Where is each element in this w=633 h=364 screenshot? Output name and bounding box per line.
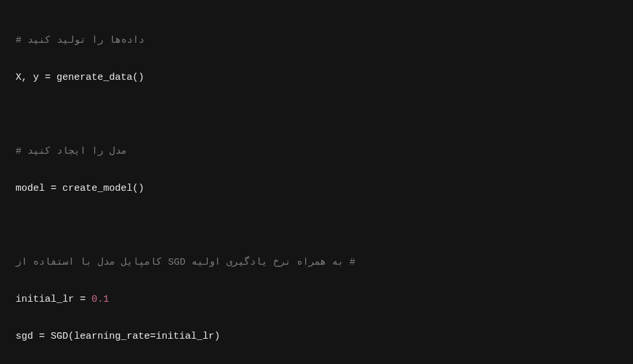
comment-hash: #: [16, 146, 27, 157]
code-number: 0.1: [92, 294, 109, 305]
code-line: sgd = SGD(learning_rate=initial_lr): [16, 328, 617, 346]
code-operator: =: [80, 294, 86, 305]
code-token: initial_lr: [16, 294, 80, 305]
code-operator: =: [150, 331, 156, 342]
code-line: model = create_model(): [16, 180, 617, 199]
comment-text: مدل را ایجاد کنید: [27, 146, 127, 157]
code-token: generate_data(): [51, 72, 144, 83]
code-token: create_model(): [56, 183, 144, 194]
code-token: sgd: [16, 331, 39, 342]
code-line: X, y = generate_data(): [16, 69, 617, 88]
code-operator: =: [51, 183, 56, 194]
comment-hash: #: [16, 35, 27, 46]
code-token: model: [16, 183, 51, 194]
code-token: SGD(learning_rate: [45, 331, 150, 342]
blank-line: [16, 106, 617, 125]
code-token: X, y: [16, 72, 45, 83]
code-token: [86, 294, 92, 305]
code-line-comment: به همراه نرخ یادگیری اولیه SGD کامپایل م…: [16, 254, 617, 273]
code-line: initial_lr = 0.1: [16, 291, 617, 309]
code-token: initial_lr): [156, 331, 220, 342]
code-operator: =: [45, 72, 51, 83]
comment-text: داده‌ها را تولید کنید: [27, 35, 145, 46]
code-line-comment: # مدل را ایجاد کنید: [16, 143, 617, 162]
comment-text: به همراه نرخ یادگیری اولیه SGD کامپایل م…: [16, 257, 343, 268]
blank-line: [16, 217, 617, 236]
code-editor-content: # داده‌ها را تولید کنید X, y = generate_…: [16, 13, 617, 364]
code-line-comment: # داده‌ها را تولید کنید: [16, 32, 617, 51]
comment-hash: #: [343, 257, 355, 268]
code-operator: =: [39, 331, 45, 342]
